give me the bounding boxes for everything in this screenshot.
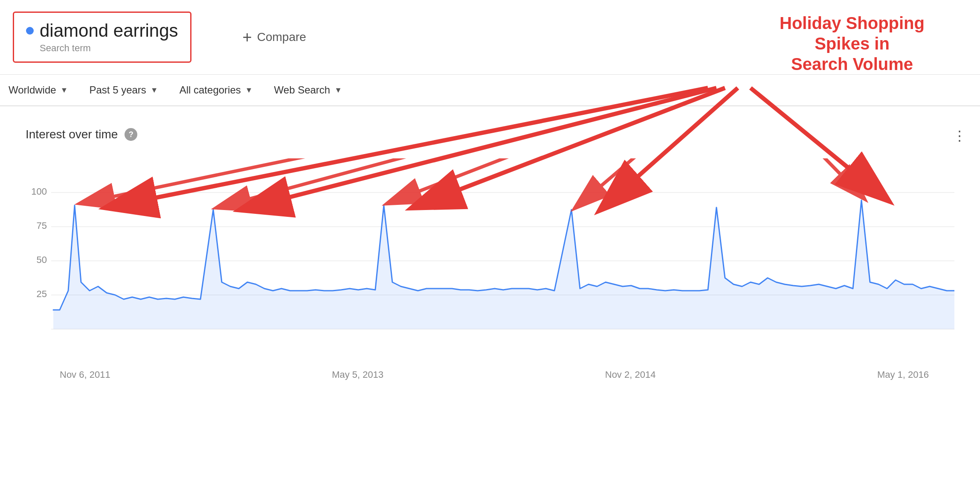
annotation-title: Holiday Shopping Spikes in Search Volume xyxy=(750,13,954,74)
chart-header: Interest over time ? xyxy=(26,128,954,141)
x-label-3: Nov 2, 2014 xyxy=(605,369,656,380)
search-term-subtitle: Search term xyxy=(40,43,178,54)
filter-region-label: Worldwide xyxy=(9,84,56,96)
filter-time[interactable]: Past 5 years ▼ xyxy=(89,84,158,96)
search-term-box: diamond earrings Search term xyxy=(13,12,191,63)
search-term-main: diamond earrings xyxy=(26,20,178,41)
chart-container: 100 75 50 25 xyxy=(26,158,954,365)
region-dropdown-arrow: ▼ xyxy=(61,86,68,95)
svg-line-13 xyxy=(388,158,725,203)
category-dropdown-arrow: ▼ xyxy=(245,86,253,95)
compare-label: Compare xyxy=(257,30,306,44)
svg-line-11 xyxy=(81,158,708,203)
annotation-line1: Holiday Shopping Spikes in xyxy=(780,14,925,53)
svg-line-14 xyxy=(576,158,734,207)
x-label-4: May 1, 2016 xyxy=(877,369,929,380)
chart-title: Interest over time xyxy=(26,128,118,141)
top-area: diamond earrings Search term + Compare H… xyxy=(0,0,980,75)
x-axis-labels: Nov 6, 2011 May 5, 2013 Nov 2, 2014 May … xyxy=(26,369,954,380)
blue-dot-icon xyxy=(26,27,34,35)
filter-bar: Worldwide ▼ Past 5 years ▼ All categorie… xyxy=(0,75,980,106)
type-dropdown-arrow: ▼ xyxy=(334,86,342,95)
filter-region[interactable]: Worldwide ▼ xyxy=(9,84,68,96)
chart-section: Interest over time ? ⋮ 100 75 50 25 xyxy=(0,111,980,406)
more-options-button[interactable]: ⋮ xyxy=(953,128,967,144)
filter-type[interactable]: Web Search ▼ xyxy=(274,84,342,96)
svg-text:25: 25 xyxy=(37,289,47,299)
interest-chart: 100 75 50 25 xyxy=(26,158,954,363)
x-label-1: Nov 6, 2011 xyxy=(60,369,110,380)
time-dropdown-arrow: ▼ xyxy=(151,86,158,95)
svg-line-15 xyxy=(742,158,864,198)
svg-text:100: 100 xyxy=(31,186,47,197)
filter-type-label: Web Search xyxy=(274,84,331,96)
svg-line-12 xyxy=(217,158,716,207)
search-term-title: diamond earrings xyxy=(40,20,178,41)
filter-category[interactable]: All categories ▼ xyxy=(180,84,253,96)
svg-marker-9 xyxy=(53,200,954,329)
filter-time-label: Past 5 years xyxy=(89,84,146,96)
filter-category-label: All categories xyxy=(180,84,241,96)
svg-text:75: 75 xyxy=(37,220,47,231)
x-label-2: May 5, 2013 xyxy=(332,369,383,380)
compare-plus-icon: + xyxy=(243,28,252,47)
compare-button[interactable]: + Compare xyxy=(243,28,306,47)
help-icon[interactable]: ? xyxy=(125,128,137,141)
annotation-line2: Search Volume xyxy=(791,55,913,73)
svg-text:50: 50 xyxy=(37,254,47,265)
